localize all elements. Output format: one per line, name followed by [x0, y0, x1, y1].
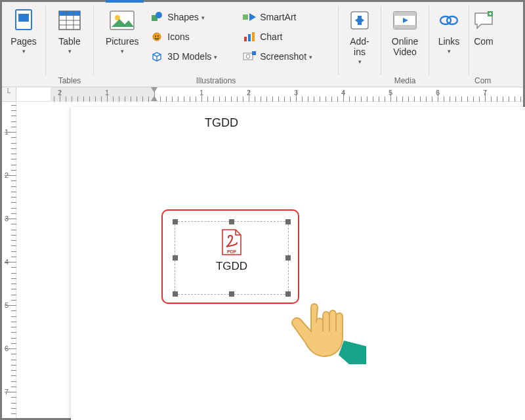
horizontal-ruler[interactable]: 1212345678 [16, 87, 523, 102]
document-workspace: L 1212345678 12345678 TGDD [2, 87, 523, 418]
pictures-icon [109, 7, 135, 33]
group-media: Online Video Media [381, 2, 429, 87]
comment-label: Com [474, 36, 494, 47]
group-label-illustrations: Illustrations [94, 76, 338, 85]
smartart-label: SmartArt [260, 12, 296, 22]
screenshot-label: Screenshot [260, 51, 306, 62]
addins-icon [346, 7, 373, 33]
table-button[interactable]: Table ▾ [49, 5, 91, 70]
addins-button[interactable]: Add- ins ▾ [339, 5, 381, 70]
smartart-button[interactable]: SmartArt [239, 7, 334, 27]
smartart-icon [243, 10, 256, 24]
icons-button[interactable]: Icons [146, 27, 239, 47]
svg-point-12 [153, 33, 161, 41]
pages-label: Pages [10, 36, 37, 47]
chevron-down-icon: ▾ [201, 14, 205, 21]
chevron-down-icon: ▾ [358, 58, 362, 65]
comment-icon [471, 7, 497, 33]
chart-icon [243, 30, 256, 43]
group-links: Links ▾ [429, 2, 469, 87]
links-button[interactable]: Links ▾ [428, 5, 470, 70]
pages-icon [10, 7, 37, 33]
3d-models-button[interactable]: 3D Models ▾ [146, 47, 239, 66]
pictures-label: Pictures [106, 36, 139, 47]
table-label: Table [58, 36, 80, 47]
svg-point-27 [447, 16, 457, 24]
group-label-tables: Tables [46, 76, 93, 85]
icons-icon [150, 30, 163, 43]
link-icon [436, 7, 462, 33]
group-comments: Com Com [469, 2, 498, 87]
group-label-comments: Com [469, 76, 498, 85]
embedded-object-label: TGDD [175, 260, 288, 273]
ruler-corner: L [2, 87, 16, 102]
resize-handle[interactable] [229, 291, 234, 297]
chevron-down-icon: ▾ [214, 54, 217, 60]
document-page[interactable]: TGDD PDF [71, 107, 525, 420]
chevron-down-icon: ▾ [448, 48, 451, 54]
chart-label: Chart [260, 32, 282, 42]
shapes-button[interactable]: Shapes ▾ [146, 7, 239, 27]
pointer-hand-icon [286, 289, 378, 375]
icons-label: Icons [167, 32, 189, 42]
video-label: Online Video [392, 36, 418, 57]
pdf-badge-text: PDF [227, 249, 237, 254]
group-tables: Table ▾ Tables [46, 2, 93, 87]
document-header-text[interactable]: TGDD [205, 116, 238, 130]
svg-rect-25 [394, 25, 416, 29]
addins-label: Add- ins [350, 36, 369, 57]
resize-handle[interactable] [173, 219, 178, 224]
3d-models-label: 3D Models [167, 51, 211, 62]
svg-rect-29 [366, 346, 371, 366]
resize-handle[interactable] [173, 291, 178, 297]
svg-rect-16 [244, 37, 247, 41]
embedded-object[interactable]: PDF TGDD [175, 221, 289, 295]
annotation-highlight: PDF TGDD [161, 209, 299, 304]
shapes-icon [150, 10, 163, 24]
group-addins: Add- ins ▾ [339, 2, 381, 87]
resize-handle[interactable] [285, 219, 291, 224]
group-pages: Pages ▾ [2, 2, 45, 87]
screenshot-button[interactable]: Screenshot ▾ [239, 47, 334, 66]
chevron-down-icon: ▾ [309, 54, 312, 60]
video-icon [392, 7, 418, 33]
chevron-down-icon: ▾ [68, 48, 72, 54]
pictures-button[interactable]: Pictures ▾ [98, 5, 146, 70]
screenshot-icon [243, 50, 256, 63]
svg-point-13 [155, 35, 156, 37]
comment-button[interactable]: Com [469, 5, 498, 70]
table-icon [56, 7, 83, 33]
svg-rect-17 [248, 34, 251, 41]
shapes-label: Shapes [167, 12, 198, 22]
svg-rect-21 [252, 51, 256, 55]
online-video-button[interactable]: Online Video [384, 5, 426, 70]
links-label: Links [438, 36, 460, 47]
ribbon: Pages ▾ Table ▾ Tables Pictures [2, 2, 523, 87]
app-window: Pages ▾ Table ▾ Tables Pictures [0, 0, 525, 420]
svg-rect-18 [252, 32, 255, 41]
svg-rect-15 [243, 14, 248, 20]
cube-icon [150, 50, 163, 63]
chevron-down-icon: ▾ [22, 48, 26, 54]
svg-rect-24 [394, 12, 416, 16]
svg-point-11 [156, 12, 162, 18]
vertical-ruler[interactable]: 12345678 [2, 102, 16, 418]
svg-point-14 [158, 35, 159, 37]
svg-rect-3 [59, 11, 80, 16]
resize-handle[interactable] [229, 219, 234, 224]
chevron-down-icon: ▾ [121, 48, 124, 54]
group-label-media: Media [381, 76, 429, 85]
group-illustrations: Pictures ▾ Shapes ▾ Icons 3D Models ▾ [94, 2, 338, 87]
pdf-file-icon: PDF [220, 228, 243, 256]
chart-button[interactable]: Chart [239, 27, 334, 47]
pages-button[interactable]: Pages ▾ [3, 5, 45, 70]
svg-rect-1 [18, 14, 29, 22]
